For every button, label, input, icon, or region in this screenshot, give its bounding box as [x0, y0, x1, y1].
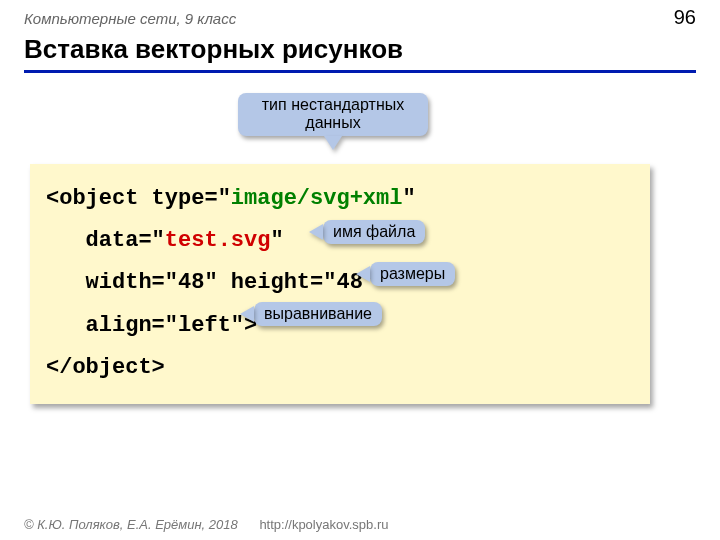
callout-filename: имя файла [323, 220, 425, 244]
code-l2c: " [270, 228, 283, 253]
callout-tail-icon [324, 136, 342, 150]
header: Компьютерные сети, 9 класс 96 [24, 6, 696, 29]
callout-alignment-label: выравнивание [264, 305, 372, 322]
callout-dimensions-label: размеры [380, 265, 445, 282]
callout-datatype-line2: данных [248, 114, 418, 132]
callout-tail-icon [356, 266, 370, 282]
callout-datatype-line1: тип нестандартных [248, 96, 418, 114]
code-block: <object type="image/svg+xml" data="test.… [30, 164, 650, 404]
callout-datatype: тип нестандартных данных [238, 93, 428, 136]
code-l1a: <object type=" [46, 186, 231, 211]
footer-authors: © К.Ю. Поляков, Е.А. Ерёмин, 2018 [24, 517, 238, 532]
code-l1c: " [402, 186, 415, 211]
callout-alignment: выравнивание [254, 302, 382, 326]
code-l2b: test.svg [165, 228, 271, 253]
page-number: 96 [674, 6, 696, 29]
page-title: Вставка векторных рисунков [24, 34, 403, 65]
code-l4: align="left"> [46, 313, 257, 338]
callout-tail-icon [240, 306, 254, 322]
title-rule [24, 70, 696, 73]
callout-tail-icon [309, 224, 323, 240]
chapter-label: Компьютерные сети, 9 класс [24, 10, 236, 27]
code-l2a: data=" [46, 228, 165, 253]
footer: © К.Ю. Поляков, Е.А. Ерёмин, 2018 http:/… [24, 517, 388, 532]
code-l5: </object> [46, 355, 165, 380]
callout-dimensions: размеры [370, 262, 455, 286]
footer-url: http://kpolyakov.spb.ru [259, 517, 388, 532]
code-l3: width="48" height="48" [46, 270, 376, 295]
code-l1b: image/svg+xml [231, 186, 403, 211]
callout-filename-label: имя файла [333, 223, 415, 240]
